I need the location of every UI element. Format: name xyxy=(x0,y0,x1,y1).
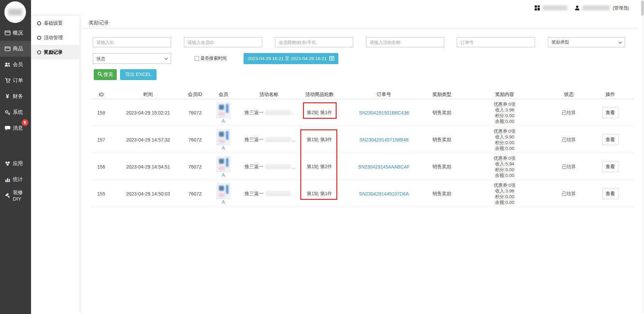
gears-icon xyxy=(4,109,11,115)
sidebar-item-label: 会员 xyxy=(13,61,23,68)
member-info-input[interactable] xyxy=(275,37,353,47)
sidebar-item-system[interactable]: 系统 xyxy=(0,104,31,120)
reward-line: 收入:9.90 xyxy=(495,134,514,140)
cell-status: 已结算 xyxy=(551,99,587,126)
cell-rounds: 第1轮 第2件 xyxy=(296,153,343,180)
activity-name: 推三返一 xyxy=(245,191,263,197)
date-range-text: 2023-04-29 16:21 至 2023-04-29 16:21 xyxy=(248,56,327,62)
redacted-shop-name xyxy=(542,5,567,10)
search-time-checkbox[interactable] xyxy=(195,56,199,61)
sidebar-item-label: 商品 xyxy=(13,46,23,52)
reward-line: 积分:0.00 xyxy=(495,113,514,119)
member-avatar[interactable] xyxy=(217,102,230,118)
order-no-input[interactable] xyxy=(457,37,535,47)
reward-line: 积分:0.00 xyxy=(495,167,514,173)
scrollbar-thumb[interactable] xyxy=(641,1,644,16)
sidebar-item-products[interactable]: 商品 xyxy=(0,41,31,57)
member-avatar[interactable] xyxy=(217,129,230,145)
sidebar-item-apps[interactable]: 应用 xyxy=(0,156,31,172)
reward-line: 优惠券:0张 xyxy=(494,128,515,134)
scrollbar[interactable] xyxy=(641,0,644,314)
activity-name-input[interactable] xyxy=(366,37,444,47)
cell-member-id: 76072 xyxy=(185,180,205,207)
reward-line: 优惠券:0张 xyxy=(494,101,515,107)
user-icon[interactable] xyxy=(575,5,580,10)
cell-status: 已结算 xyxy=(551,153,587,180)
tool-icon xyxy=(4,192,11,199)
export-excel-button[interactable]: 导出 EXCEL xyxy=(120,69,157,80)
member-name-link[interactable]: A xyxy=(222,119,225,123)
submenu-item-reward-records[interactable]: 奖励记录 xyxy=(31,45,80,59)
cell-time: 2023-04-29 14:54:51 xyxy=(111,153,185,180)
sidebar-item-finance[interactable]: ¥ 财务 xyxy=(0,88,31,104)
reward-line: 收入:3.96 xyxy=(495,188,514,194)
table-row: 156 2023-04-29 14:54:51 76072 A 推三返一 ...… xyxy=(91,153,634,180)
view-button[interactable]: 查看 xyxy=(602,161,618,172)
order-no-link[interactable]: SN2304291449107D6A xyxy=(359,191,409,197)
id-input[interactable] xyxy=(93,37,171,47)
sidebar-item-overview[interactable]: 概况 xyxy=(0,25,31,41)
order-no-link[interactable]: SN2304291457158B48 xyxy=(359,137,409,142)
table-header: ID 时间 会员ID 会员 活动名称 活动商品轮数 订单号 奖励类型 奖励内容 … xyxy=(91,90,634,99)
submenu-item-activity-management[interactable]: 活动管理 xyxy=(31,30,80,45)
window-icon xyxy=(4,30,11,36)
reward-line: 余额:0.00 xyxy=(495,146,514,151)
reward-records-table: ID 时间 会员ID 会员 活动名称 活动商品轮数 订单号 奖励类型 奖励内容 … xyxy=(91,90,634,207)
col-reward-type: 奖励类型 xyxy=(425,91,459,98)
cell-id: 158 xyxy=(91,99,111,126)
submenu-item-label: 基础设置 xyxy=(44,20,63,26)
activity-suffix: ... xyxy=(292,164,296,169)
view-button[interactable]: 查看 xyxy=(602,107,618,118)
view-button[interactable]: 查看 xyxy=(602,134,618,145)
search-button[interactable]: 搜索 xyxy=(94,69,117,80)
table-row: 158 2023-04-29 15:02:21 76072 A 推三返一 . 第… xyxy=(91,99,634,126)
reward-line: 积分:0.00 xyxy=(495,140,514,146)
activity-suffix: . xyxy=(292,110,293,115)
grid-icon[interactable] xyxy=(535,5,540,10)
cell-activity: 推三返一 ... xyxy=(242,126,296,153)
submenu-item-basic-settings[interactable]: 基础设置 xyxy=(31,16,80,30)
reward-line: 余额:0.00 xyxy=(495,200,514,205)
sidebar-item-label: 订单 xyxy=(13,77,23,84)
cell-time: 2023-04-29 15:02:21 xyxy=(111,99,185,126)
cell-id: 156 xyxy=(91,153,111,180)
reward-line: 收入:5.94 xyxy=(495,161,514,167)
sidebar-item-orders[interactable]: 订单 xyxy=(0,73,31,88)
reward-type-select[interactable]: 奖励类型 xyxy=(548,37,625,47)
member-name-link[interactable]: A xyxy=(222,146,225,150)
cell-reward-content: 优惠券:0张 收入:3.96 积分:0.00 余额:0.00 xyxy=(459,180,551,207)
avatar[interactable] xyxy=(4,1,26,23)
status-select[interactable]: 状态 xyxy=(93,53,171,64)
sidebar-item-statistics[interactable]: 统计 xyxy=(0,172,31,187)
order-no-link[interactable]: SN2304291501B8C438 xyxy=(359,110,409,115)
order-no-link[interactable]: SN2304291454AABCAF xyxy=(358,164,410,169)
app-root: 概况 商品 会员 订单 ¥ xyxy=(0,0,644,314)
divider xyxy=(83,28,638,28)
cell-status: 已结算 xyxy=(551,180,587,207)
cell-member-id: 76072 xyxy=(185,99,205,126)
member-name-link[interactable]: A xyxy=(222,173,225,177)
sidebar-item-label: 统计 xyxy=(13,176,23,183)
cell-time: 2023-04-29 14:57:32 xyxy=(111,126,185,153)
view-button[interactable]: 查看 xyxy=(602,188,618,199)
cell-time: 2023-04-29 14:50:03 xyxy=(111,180,185,207)
reward-line: 优惠券:0张 xyxy=(494,155,515,161)
cell-member: A xyxy=(205,153,242,180)
submenu-item-label: 活动管理 xyxy=(44,35,63,41)
reward-line: 余额:0.00 xyxy=(495,173,514,178)
sidebar-item-decoration-diy[interactable]: 装修DIY xyxy=(0,187,31,203)
circle-icon xyxy=(37,36,41,40)
member-avatar[interactable] xyxy=(217,183,230,199)
reward-line: 收入:3.96 xyxy=(495,107,514,113)
member-id-input[interactable] xyxy=(184,37,262,47)
sidebar-item-messages[interactable]: 消息 6 xyxy=(0,120,31,136)
sidebar-item-members[interactable]: 会员 xyxy=(0,57,31,73)
cell-member-id: 76072 xyxy=(185,153,205,180)
col-member: 会员 xyxy=(205,91,242,98)
cell-reward-content: 优惠券:0张 收入:3.96 积分:0.00 余额:0.00 xyxy=(459,99,551,126)
member-name-link[interactable]: A xyxy=(222,200,225,204)
window-icon xyxy=(4,46,11,52)
cell-reward-type: 销售奖励 xyxy=(425,180,459,207)
date-range-button[interactable]: 2023-04-29 16:21 至 2023-04-29 16:21 xyxy=(244,53,338,64)
member-avatar[interactable] xyxy=(217,156,230,172)
